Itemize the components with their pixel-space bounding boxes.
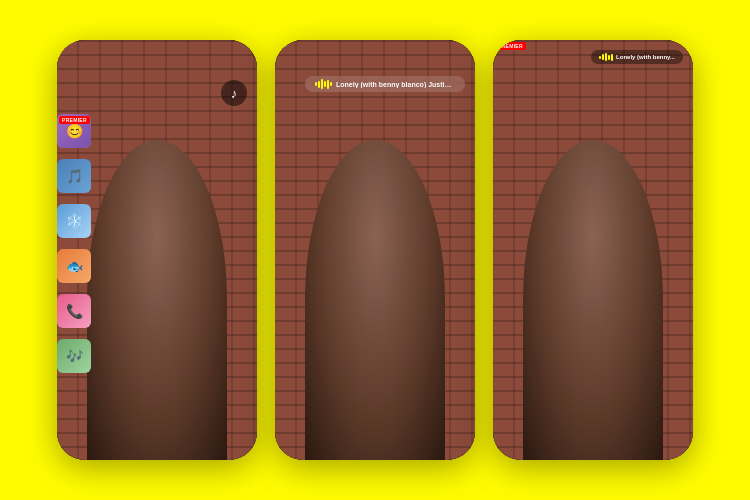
person-photo-3 xyxy=(523,140,663,460)
phone-2: Lonely (with benny blanco) Justin Bieber… xyxy=(275,40,475,460)
sound-tag[interactable]: Lonely (with benny... xyxy=(591,50,683,64)
sound-banner[interactable]: Lonely (with benny blanco) Justin Bieber… xyxy=(305,76,465,92)
phone-1: ♪ Featured Sounds + Create Sound PREMIER… xyxy=(57,40,257,460)
phones-container: ♪ Featured Sounds + Create Sound PREMIER… xyxy=(37,20,713,480)
sound-banner-text: Lonely (with benny blanco) Justin Bieber… xyxy=(336,81,455,88)
phone-1-screen: ♪ Featured Sounds + Create Sound PREMIER… xyxy=(57,40,257,460)
sound-thumb-boy: 🎵 xyxy=(57,159,91,193)
sound-thumb-lonely: PREMIER 😊 xyxy=(57,114,91,148)
phone-2-screen: Lonely (with benny blanco) Justin Bieber… xyxy=(275,40,475,460)
waveform-icon-3 xyxy=(599,53,613,61)
person-photo-2 xyxy=(305,140,445,460)
phone-3-screen: Lonely (with benny... Reply to Justine..… xyxy=(493,40,693,460)
person-photo xyxy=(87,140,227,460)
sound-thumb-post: 🎶 xyxy=(57,339,91,373)
waveform-icon xyxy=(315,79,332,89)
music-badge[interactable]: ♪ xyxy=(221,80,247,106)
premier-badge: PREMIER xyxy=(59,116,90,124)
sound-thumb-calltonight: 📞 xyxy=(57,294,91,328)
sound-thumb-manta: 🐟 xyxy=(57,249,91,283)
premier-badge-card: PREMIER xyxy=(495,42,526,50)
phone-3: Lonely (with benny... Reply to Justine..… xyxy=(493,40,693,460)
sound-thumb-icy: ❄️ xyxy=(57,204,91,238)
